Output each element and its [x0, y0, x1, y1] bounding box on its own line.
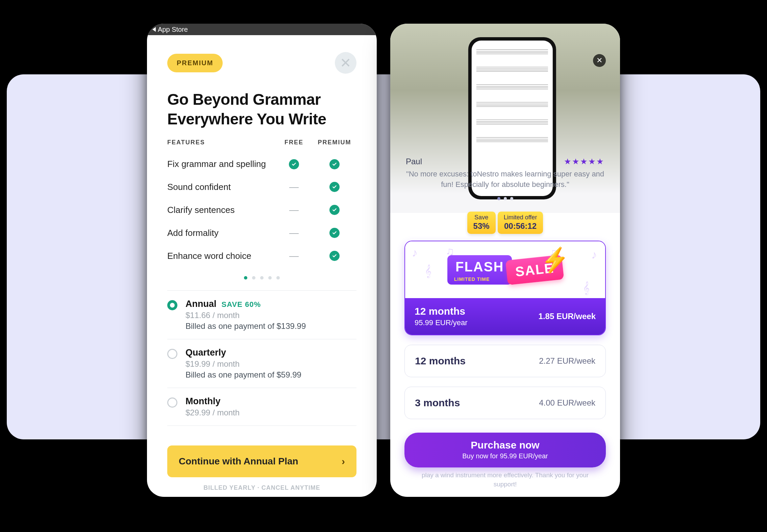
continue-button[interactable]: Continue with Annual Plan ›	[167, 445, 356, 477]
check-icon	[329, 205, 340, 215]
phone-grammarly: App Store PREMIUM ✕ Go Beyond Grammar Ev…	[147, 24, 377, 497]
feature-row: Sound confident—	[167, 175, 356, 198]
feature-row: Clarify sentences—	[167, 198, 356, 221]
plan-price: 2.27 EUR/week	[539, 356, 595, 366]
timer-tag: Limited offer 00:56:12	[498, 212, 543, 234]
hero-area: ✕ Paul ★★★★★ "No more excuses: toNestro …	[390, 24, 620, 213]
dash-icon: —	[289, 250, 299, 261]
plan-name: 12 months	[415, 355, 466, 367]
purchase-title: Purchase now	[404, 439, 606, 451]
feature-row: Add formality—	[167, 221, 356, 244]
feature-table: FEATURES FREE PREMIUM Fix grammar and sp…	[167, 139, 356, 267]
featured-plan-rate: 1.85 EUR/week	[539, 312, 596, 321]
radio-icon	[167, 300, 177, 310]
plan-price: $29.99 / month	[185, 408, 240, 417]
testimonial-pager-dots[interactable]	[404, 195, 607, 201]
testimonial: Paul ★★★★★ "No more excuses: toNestro ma…	[404, 157, 607, 201]
star-rating-icon: ★★★★★	[564, 157, 604, 166]
plan-billing: Billed as one payment of $59.99	[185, 370, 301, 380]
radio-icon	[167, 397, 177, 408]
music-note-icon: ♪	[591, 248, 597, 261]
sale-badge: SALE ⚡	[505, 255, 564, 285]
close-button[interactable]: ✕	[335, 52, 356, 74]
save-label: SAVE 60%	[219, 300, 261, 309]
page-title: Go Beyond Grammar Everywhere You Write	[167, 90, 356, 129]
feature-row: Enhance word choice—	[167, 244, 356, 267]
close-button[interactable]: ✕	[593, 54, 606, 67]
continue-label: Continue with Annual Plan	[179, 456, 298, 467]
flash-badge: FLASH LIMITED TIME	[447, 255, 512, 285]
lightning-bolt-icon: ⚡	[540, 245, 571, 274]
plan-name: Annual SAVE 60%	[185, 299, 306, 309]
plan-billing: Billed as one payment of $139.99	[185, 321, 306, 331]
radio-icon	[167, 349, 177, 359]
plan-name: Quarterly	[185, 347, 301, 358]
feature-label: Enhance word choice	[167, 251, 275, 261]
save-tag: Save 53%	[467, 212, 496, 234]
plan-name: Monthly	[185, 396, 240, 407]
reviewer-name: Paul	[406, 157, 422, 166]
feature-label: Fix grammar and spelling	[167, 159, 275, 169]
feature-label: Clarify sentences	[167, 205, 275, 215]
plan-price: 4.00 EUR/week	[539, 398, 595, 408]
check-icon	[329, 228, 340, 238]
chevron-right-icon: ›	[342, 456, 345, 467]
dash-icon: —	[289, 227, 299, 238]
plan-option[interactable]: Quarterly$19.99 / monthBilled as one pay…	[167, 339, 356, 388]
featured-plan-sub: 95.99 EUR/year	[415, 318, 468, 327]
close-icon: ✕	[340, 55, 351, 71]
purchase-button[interactable]: Purchase now Buy now for 95.99 EUR/year	[404, 433, 606, 467]
plan-option[interactable]: Monthly$29.99 / month	[167, 388, 356, 426]
col-free: FREE	[275, 139, 313, 146]
check-icon	[329, 182, 340, 192]
plan-option[interactable]: 12 months2.27 EUR/week	[404, 345, 606, 377]
col-features: FEATURES	[167, 139, 275, 146]
dash-icon: —	[289, 204, 299, 215]
review-quote: "No more excuses: toNestro makes learnin…	[404, 169, 607, 190]
featured-plan-card[interactable]: ♪ 𝄞 ♫ ♪ 𝄞 ♫ FLASH LIMITED TIME SALE ⚡	[404, 241, 606, 335]
feature-label: Add formality	[167, 228, 275, 238]
plan-list: Annual SAVE 60%$11.66 / monthBilled as o…	[167, 290, 356, 426]
feature-row: Fix grammar and spelling	[167, 153, 356, 175]
purchase-footnote: play a wind instrument more effectively.…	[390, 467, 620, 489]
billing-footnote: BILLED YEARLY · CANCEL ANYTIME	[147, 484, 377, 491]
promo-tags: Save 53% Limited offer 00:56:12	[390, 212, 620, 234]
status-bar: App Store	[147, 24, 377, 35]
treble-clef-icon: 𝄞	[583, 281, 590, 295]
close-icon: ✕	[596, 56, 602, 65]
plan-name: 3 months	[415, 397, 460, 409]
plan-option[interactable]: Annual SAVE 60%$11.66 / monthBilled as o…	[167, 291, 356, 339]
featured-plan-name: 12 months	[415, 306, 468, 317]
music-note-icon: ♪	[412, 246, 418, 259]
phone-tonestro: ✕ Paul ★★★★★ "No more excuses: toNestro …	[390, 24, 620, 497]
check-icon	[329, 251, 340, 261]
feature-label: Sound confident	[167, 182, 275, 192]
back-triangle-icon[interactable]	[152, 27, 156, 32]
treble-clef-icon: 𝄞	[425, 264, 431, 278]
plan-price: $19.99 / month	[185, 359, 301, 369]
check-icon	[289, 159, 299, 169]
plan-price: $11.66 / month	[185, 311, 306, 320]
premium-badge: PREMIUM	[167, 54, 223, 72]
col-premium: PREMIUM	[313, 139, 356, 146]
check-icon	[329, 159, 340, 169]
plan-option[interactable]: 3 months4.00 EUR/week	[404, 387, 606, 419]
status-back-label[interactable]: App Store	[158, 26, 188, 33]
feature-pager-dots[interactable]	[167, 275, 356, 281]
purchase-sub: Buy now for 95.99 EUR/year	[404, 452, 606, 460]
dash-icon: —	[289, 182, 299, 192]
